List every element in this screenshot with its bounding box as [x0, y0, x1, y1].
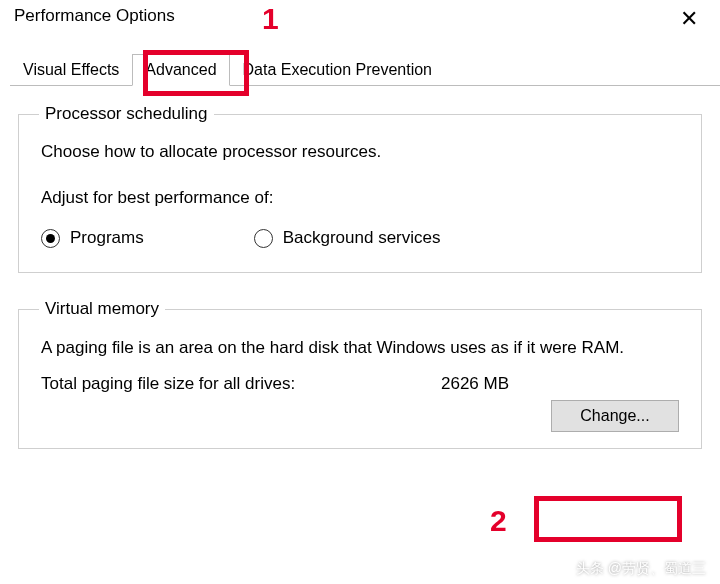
dialog-title: Performance Options [14, 6, 175, 26]
group-legend-processor: Processor scheduling [39, 104, 214, 124]
close-icon[interactable]: ✕ [670, 6, 708, 32]
group-legend-vm: Virtual memory [39, 299, 165, 319]
group-virtual-memory: Virtual memory A paging file is an area … [18, 299, 702, 449]
annotation-number-2: 2 [490, 504, 507, 538]
processor-subhead: Adjust for best performance of: [41, 188, 679, 208]
vm-total-row: Total paging file size for all drives: 2… [41, 374, 679, 394]
vm-button-row: Change... [41, 400, 679, 432]
radio-icon [41, 229, 60, 248]
titlebar: Performance Options ✕ [0, 0, 720, 38]
performance-options-dialog: Performance Options ✕ Visual Effects Adv… [0, 0, 720, 584]
tab-advanced[interactable]: Advanced [132, 54, 229, 86]
processor-desc: Choose how to allocate processor resourc… [41, 142, 679, 162]
tab-strip: Visual Effects Advanced Data Execution P… [10, 54, 720, 86]
tab-dep[interactable]: Data Execution Prevention [230, 54, 445, 86]
vm-total-label: Total paging file size for all drives: [41, 374, 441, 394]
radio-background-label: Background services [283, 228, 441, 248]
tab-visual-effects[interactable]: Visual Effects [10, 54, 132, 86]
watermark-text: 头条 @劳贤、蜀道三 [576, 560, 706, 578]
radio-programs-label: Programs [70, 228, 144, 248]
vm-total-value: 2626 MB [441, 374, 509, 394]
vm-desc: A paging file is an area on the hard dis… [41, 337, 679, 360]
processor-radio-group: Programs Background services [41, 228, 679, 248]
group-processor-scheduling: Processor scheduling Choose how to alloc… [18, 104, 702, 273]
change-button[interactable]: Change... [551, 400, 679, 432]
radio-background-services[interactable]: Background services [254, 228, 441, 248]
radio-programs[interactable]: Programs [41, 228, 144, 248]
tab-content-advanced: Processor scheduling Choose how to alloc… [0, 86, 720, 449]
annotation-highlight-2 [534, 496, 682, 542]
annotation-number-1: 1 [262, 2, 279, 36]
radio-icon [254, 229, 273, 248]
